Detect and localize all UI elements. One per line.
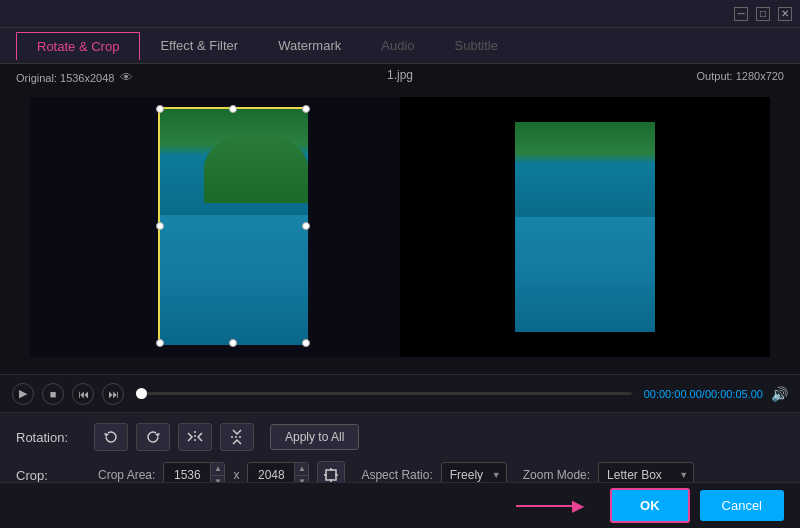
file-label: 1.jpg xyxy=(387,68,413,82)
tab-audio: Audio xyxy=(361,32,434,59)
rotation-label: Rotation: xyxy=(16,430,86,445)
timeline-progress[interactable] xyxy=(136,392,632,395)
apply-to-all-button[interactable]: Apply to All xyxy=(270,424,359,450)
window-controls: ─ □ ✕ xyxy=(734,7,792,21)
timeline-playhead[interactable] xyxy=(136,388,147,399)
crop-handle-tr[interactable] xyxy=(302,105,310,113)
aspect-ratio-label: Aspect Ratio: xyxy=(361,468,432,482)
play-button[interactable]: ▶ xyxy=(12,383,34,405)
crop-area-label: Crop Area: xyxy=(98,468,155,482)
rotate-left-button[interactable] xyxy=(94,423,128,451)
preview-left xyxy=(30,97,400,357)
preview-container xyxy=(20,97,780,357)
timeline-bar: ▶ ■ ⏮ ⏭ 00:00:00.00/00:00:05.00 🔊 xyxy=(0,374,800,412)
tab-rotate-crop[interactable]: Rotate & Crop xyxy=(16,32,140,60)
crop-width-up[interactable]: ▲ xyxy=(210,462,224,476)
crop-handle-mr[interactable] xyxy=(302,222,310,230)
bottom-bar: ▶ OK Cancel xyxy=(0,482,800,528)
crop-width-input[interactable] xyxy=(164,468,210,482)
tab-watermark[interactable]: Watermark xyxy=(258,32,361,59)
arrow-line xyxy=(516,505,576,507)
stop-button[interactable]: ■ xyxy=(42,383,64,405)
cancel-button[interactable]: Cancel xyxy=(700,490,784,521)
crop-handle-tm[interactable] xyxy=(229,105,237,113)
source-image xyxy=(160,109,308,345)
tab-effect-filter[interactable]: Effect & Filter xyxy=(140,32,258,59)
crop-handle-ml[interactable] xyxy=(156,222,164,230)
rotation-row: Rotation: xyxy=(16,423,784,451)
ok-button[interactable]: OK xyxy=(610,488,690,523)
eye-icon[interactable]: 👁 xyxy=(120,70,133,85)
crop-height-input[interactable] xyxy=(248,468,294,482)
crop-handle-bl[interactable] xyxy=(156,339,164,347)
tab-subtitle: Subtitle xyxy=(435,32,518,59)
x-separator: x xyxy=(233,468,239,482)
svg-rect-2 xyxy=(326,470,336,480)
maximize-button[interactable]: □ xyxy=(756,7,770,21)
output-preview-image xyxy=(515,122,655,332)
title-bar: ─ □ ✕ xyxy=(0,0,800,28)
flip-vertical-button[interactable] xyxy=(220,423,254,451)
rotate-right-button[interactable] xyxy=(136,423,170,451)
output-info: Output: 1280x720 xyxy=(697,70,784,82)
minimize-button[interactable]: ─ xyxy=(734,7,748,21)
flip-horizontal-button[interactable] xyxy=(178,423,212,451)
crop-handle-tl[interactable] xyxy=(156,105,164,113)
original-info: Original: 1536x2048 👁 xyxy=(16,70,133,85)
arrow-indicator: ▶ xyxy=(16,496,600,515)
next-button[interactable]: ⏭ xyxy=(102,383,124,405)
crop-height-up[interactable]: ▲ xyxy=(294,462,308,476)
zoom-mode-label: Zoom Mode: xyxy=(523,468,590,482)
tabs-bar: Rotate & Crop Effect & Filter Watermark … xyxy=(0,28,800,64)
crop-handle-bm[interactable] xyxy=(229,339,237,347)
crop-frame[interactable] xyxy=(158,107,308,345)
preview-right xyxy=(400,97,770,357)
volume-icon[interactable]: 🔊 xyxy=(771,386,788,402)
crop-label: Crop: xyxy=(16,468,86,483)
arrow-head-icon: ▶ xyxy=(572,496,584,515)
current-time: 00:00:00.00/00:00:05.00 xyxy=(644,388,763,400)
canvas-area: Original: 1536x2048 👁 1.jpg Output: 1280… xyxy=(0,64,800,374)
prev-button[interactable]: ⏮ xyxy=(72,383,94,405)
close-button[interactable]: ✕ xyxy=(778,7,792,21)
crop-handle-br[interactable] xyxy=(302,339,310,347)
